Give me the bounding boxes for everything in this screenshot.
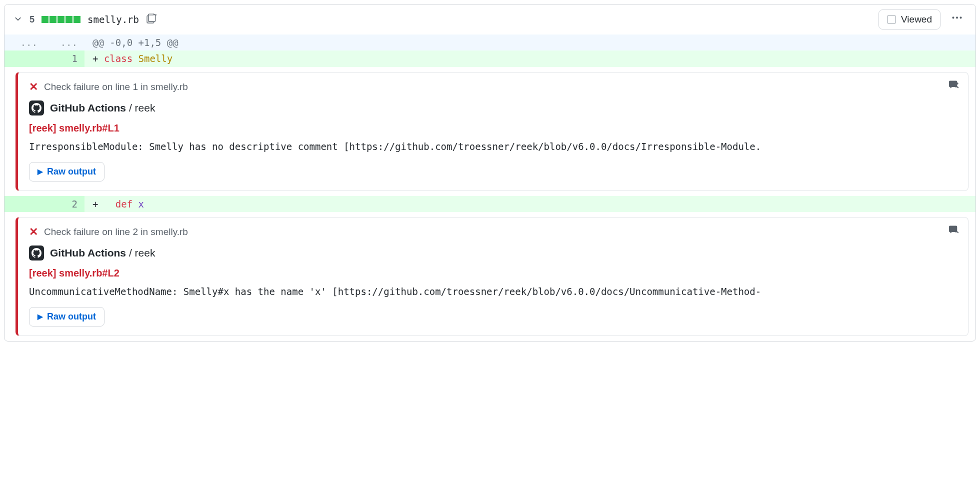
viewed-toggle[interactable]: Viewed <box>878 10 940 30</box>
raw-output-button[interactable]: ▶Raw output <box>29 162 104 182</box>
file-name[interactable]: smelly.rb <box>88 14 139 25</box>
annotation-header-text: Check failure on line 2 in smelly.rb <box>44 226 188 238</box>
annotation-header-text: Check failure on line 1 in smelly.rb <box>44 82 188 92</box>
check-annotation: ✕ Check failure on line 2 in smelly.rb G… <box>16 217 968 336</box>
collapse-toggle-icon[interactable] <box>14 14 22 26</box>
viewed-label: Viewed <box>901 14 932 25</box>
diff-line[interactable]: 2 + def x <box>4 196 976 212</box>
expand-hunk-left[interactable]: ... <box>4 34 44 50</box>
hunk-text: @@ -0,0 +1,5 @@ <box>84 34 976 50</box>
raw-output-button[interactable]: ▶Raw output <box>29 307 104 326</box>
diff-file: 5 smelly.rb Viewed ... ... @@ -0,0 +1,5 … <box>4 4 976 342</box>
diff-stat-bar <box>42 16 80 23</box>
diff-line[interactable]: 1 + class Smelly <box>4 50 976 66</box>
check-annotation: ✕ Check failure on line 1 in smelly.rb G… <box>16 72 968 191</box>
annotation-message: UncommunicativeMethodName: Smelly#x has … <box>29 286 957 297</box>
viewed-checkbox[interactable] <box>887 15 896 24</box>
code-content: + def x <box>84 196 976 212</box>
hunk-header: ... ... @@ -0,0 +1,5 @@ <box>4 34 976 50</box>
code-content: + class Smelly <box>84 50 976 66</box>
annotation-title: [reek] smelly.rb#L1 <box>29 122 957 134</box>
line-number-new: 1 <box>44 50 84 66</box>
failure-icon: ✕ <box>29 226 38 238</box>
annotation-title: [reek] smelly.rb#L2 <box>29 268 957 279</box>
annotation-source: GitHub Actions / reek <box>29 246 957 260</box>
change-count: 5 <box>30 14 34 25</box>
play-icon: ▶ <box>38 312 43 320</box>
file-header: 5 smelly.rb Viewed <box>4 4 976 34</box>
play-icon: ▶ <box>38 168 43 176</box>
line-number-old <box>4 196 44 212</box>
failure-icon: ✕ <box>29 80 38 94</box>
annotation-action-icon[interactable] <box>949 224 959 237</box>
github-logo-icon <box>29 100 44 116</box>
annotation-header: ✕ Check failure on line 1 in smelly.rb <box>29 80 957 94</box>
annotation-source-text: GitHub Actions / reek <box>50 102 155 114</box>
line-number-old <box>4 50 44 66</box>
annotation-header: ✕ Check failure on line 2 in smelly.rb <box>29 226 957 238</box>
file-header-left: 5 smelly.rb <box>14 13 872 26</box>
github-logo-icon <box>29 246 44 260</box>
copy-path-icon[interactable] <box>146 13 157 26</box>
annotation-action-icon[interactable] <box>949 80 959 92</box>
annotation-message: IrresponsibleModule: Smelly has no descr… <box>29 141 957 152</box>
file-menu-icon[interactable] <box>948 12 966 26</box>
annotation-source: GitHub Actions / reek <box>29 100 957 116</box>
expand-hunk-right[interactable]: ... <box>44 34 84 50</box>
annotation-source-text: GitHub Actions / reek <box>50 247 155 259</box>
line-number-new: 2 <box>44 196 84 212</box>
